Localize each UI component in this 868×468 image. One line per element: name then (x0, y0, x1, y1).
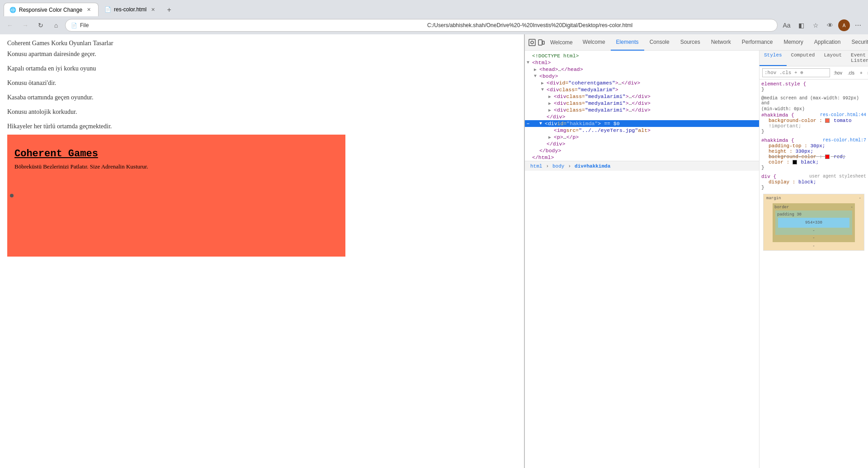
main-area: Coherent Games Korku Oyunları Tasarlar K… (0, 34, 868, 468)
box-model-diagram: margin - border - padding (763, 194, 864, 251)
styles-panel: Styles Computed Layout Event Listeners »… (760, 51, 868, 468)
tab2-close[interactable]: ✕ (149, 6, 157, 14)
dom-line-medyalarim[interactable]: ▼ <div class= "medyalarim" > (525, 86, 759, 93)
dom-line-p[interactable]: ▶ <p> … </p> (525, 134, 759, 140)
expand-hakkimda[interactable]: ⋯ (527, 121, 532, 126)
extensions-button[interactable]: ◧ (795, 19, 807, 32)
expand-hakkimda-2[interactable]: ▼ (539, 121, 545, 126)
favorites-button[interactable]: ☆ (809, 19, 822, 32)
box-model-padding: padding 30 954×330 - (775, 211, 852, 235)
expand-p[interactable]: ▶ (548, 135, 554, 140)
more-button[interactable]: ⋯ (852, 19, 864, 32)
line-3: Kapalı ortamda en iyi korku oyunu (7, 65, 517, 72)
line-7: Hikayeler her türlü ortamda geçmektedir. (7, 123, 517, 130)
tab-security[interactable]: Security (846, 34, 868, 51)
hakkimda-rule-link[interactable]: res-color.html:7 (823, 138, 866, 143)
devtools-right-icons: Welcome Welcome Elements Console Sources… (547, 34, 868, 51)
reload-button[interactable]: ↻ (34, 19, 47, 32)
profile-button[interactable]: A (838, 19, 850, 31)
tab-memory[interactable]: Memory (778, 34, 808, 51)
back-button[interactable]: ← (4, 19, 16, 32)
media-rule-link[interactable]: res-color.html:44 (820, 112, 866, 117)
margin-label: margin (766, 196, 781, 201)
home-button[interactable]: ⌂ (50, 19, 62, 32)
devtools-body: <!DOCTYPE html> ▼ <html> ▶ <head> … (525, 51, 868, 468)
svg-rect-3 (542, 41, 544, 44)
line-1: Coherent Games Korku Oyunları Tasarlar (7, 40, 517, 47)
selection-dot (10, 194, 14, 197)
address-bar-row: ← → ↻ ⌂ 📄 File C:/Users/abhishek.shah/On… (0, 16, 868, 34)
forward-button[interactable]: → (19, 19, 32, 32)
breadcrumb-body[interactable]: body (551, 163, 566, 170)
devtools-toolbar: Welcome Welcome Elements Console Sources… (525, 34, 868, 51)
dom-line-coherentgames[interactable]: ▶ <div id= "coherentgames" > … </div> (525, 80, 759, 86)
media-query-header: @media screen and (max-width: 992px) and (761, 96, 866, 106)
dom-tree-panel: <!DOCTYPE html> ▼ <html> ▶ <head> … (525, 51, 760, 468)
dom-line-html-close[interactable]: </html> (525, 154, 759, 161)
tab-sources[interactable]: Sources (675, 34, 706, 51)
styles-tab-computed[interactable]: Computed (787, 51, 820, 66)
dom-line-medyalarimi-3[interactable]: ▶ <div class= "medyalarimi" > … </div> (525, 107, 759, 113)
inspect-element-button[interactable] (528, 37, 536, 48)
tab-console[interactable]: Console (644, 34, 675, 51)
tab-responsive-color-change[interactable]: 🌐 Responsive Color Change ✕ (4, 3, 99, 16)
style-rule-media: @media screen and (max-width: 992px) and… (761, 96, 866, 134)
svg-rect-2 (538, 40, 542, 45)
new-tab-button[interactable]: + (163, 4, 175, 16)
dom-line-doctype[interactable]: <!DOCTYPE html> (525, 52, 759, 59)
content-size: 954×330 (805, 220, 822, 225)
tab-res-color[interactable]: 📄 res-color.html ✕ (99, 3, 163, 16)
breadcrumb-bar: html › body › div#hakkimda (525, 161, 759, 171)
hov-button[interactable]: :hov (832, 70, 844, 76)
style-rule-hakkimda: #hakkimda { res-color.html:7 padding-top… (761, 138, 866, 170)
styles-tab-styles[interactable]: Styles (760, 51, 787, 66)
expand-coherentgames[interactable]: ▶ (541, 80, 547, 86)
address-protocol-icon: 📄 (71, 23, 77, 28)
style-rule-element: element.style { } (761, 81, 866, 92)
expand-medyalarimi-1[interactable]: ▶ (548, 94, 554, 99)
tab-network[interactable]: Network (706, 34, 736, 51)
device-toolbar-button[interactable] (538, 37, 545, 48)
expand-medyalarimi-3[interactable]: ▶ (548, 108, 554, 113)
dom-line-medyalarim-close[interactable]: </div> (525, 113, 759, 120)
dom-line-hakkimda-close[interactable]: </div> (525, 140, 759, 147)
dom-line-body-close[interactable]: </body> (525, 147, 759, 154)
line-4: Konusu ötanazi'dir. (7, 80, 517, 87)
collections-button[interactable]: 👁 (824, 19, 836, 32)
tab1-close[interactable]: ✕ (85, 6, 93, 14)
toggle-sidebar-button[interactable]: □ (866, 70, 868, 76)
padding-label: padding 30 (777, 212, 802, 217)
styles-filter-input[interactable] (762, 68, 830, 77)
expand-medyalarim[interactable]: ▼ (541, 87, 547, 92)
dom-line-head[interactable]: ▶ <head> … </head> (525, 66, 759, 73)
dom-line-hakkimda[interactable]: ⋯ ▼ <div id= "hakkimda" > == $0 (525, 120, 759, 127)
tab-performance[interactable]: Performance (736, 34, 778, 51)
expand-html[interactable]: ▼ (527, 60, 532, 65)
translate-button[interactable]: Aa (780, 19, 793, 32)
expand-medyalarimi-2[interactable]: ▶ (548, 101, 554, 106)
dom-line-medyalarimi-1[interactable]: ▶ <div class= "medyalarimi" > … </div> (525, 93, 759, 100)
styles-filter-bar: :hov .cls + □ (760, 66, 868, 80)
tab-bar: 🌐 Responsive Color Change ✕ 📄 res-color.… (0, 0, 868, 16)
expand-head[interactable]: ▶ (534, 67, 539, 72)
add-rule-button[interactable]: + (858, 70, 864, 76)
dom-line-html[interactable]: ▼ <html> (525, 59, 759, 66)
tab2-favicon: 📄 (104, 6, 111, 13)
expand-body[interactable]: ▼ (534, 74, 539, 79)
tab-elements[interactable]: Elements (611, 34, 644, 51)
styles-tab-event-listeners[interactable]: Event Listeners (846, 51, 868, 66)
hakkimda-title: Coherent Games (14, 148, 338, 159)
welcome-tab-label[interactable]: Welcome (547, 39, 576, 46)
dom-line-img[interactable]: <img src= "../../eyeTers.jpg" alt > (525, 127, 759, 134)
styles-tab-layout[interactable]: Layout (819, 51, 846, 66)
breadcrumb-hakkimda[interactable]: div#hakkimda (573, 163, 612, 170)
svg-point-1 (531, 41, 533, 44)
tab-welcome[interactable]: Welcome (577, 34, 611, 51)
dom-line-body[interactable]: ▼ <body> (525, 73, 759, 80)
cls-button[interactable]: .cls (846, 70, 856, 76)
breadcrumb-html[interactable]: html (528, 163, 544, 170)
tab-application[interactable]: Application (809, 34, 846, 51)
prop-display: display : block; (769, 179, 866, 185)
dom-line-medyalarimi-2[interactable]: ▶ <div class= "medyalarimi" > … </div> (525, 100, 759, 107)
address-bar[interactable]: 📄 File C:/Users/abhishek.shah/OneDrive%2… (65, 19, 778, 32)
